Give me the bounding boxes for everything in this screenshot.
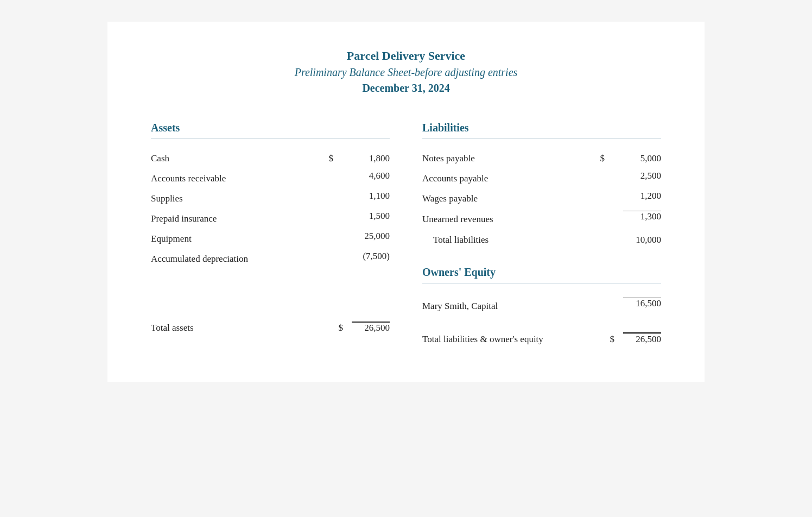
list-item: Unearned revenues 1,300 <box>422 207 661 228</box>
equipment-amount-group: 25,000 <box>325 231 390 242</box>
grand-total-value: 26,500 <box>623 332 661 345</box>
report-header: Parcel Delivery Service Preliminary Bala… <box>151 49 661 94</box>
accum-depr-label: Accumulated depreciation <box>151 254 325 264</box>
mary-smith-capital-value: 16,500 <box>623 298 661 309</box>
grand-total-dollar: $ <box>610 334 615 345</box>
list-item: Accumulated depreciation (7,500) <box>151 248 390 268</box>
accounts-payable-amount-group: 2,500 <box>596 171 661 181</box>
accounts-payable-label: Accounts payable <box>422 173 596 184</box>
cash-value: 1,800 <box>346 153 390 164</box>
liabilities-column: Liabilities Notes payable $ 5,000 Accoun… <box>422 122 661 349</box>
company-name: Parcel Delivery Service <box>151 49 661 63</box>
report-date: December 31, 2024 <box>151 82 661 94</box>
accounts-receivable-label: Accounts receivable <box>151 173 325 184</box>
grand-total-label: Total liabilities & owner's equity <box>422 334 574 345</box>
total-assets-dollar: $ <box>339 323 344 333</box>
list-item: Accounts receivable 4,600 <box>151 167 390 187</box>
cash-label: Cash <box>151 153 325 164</box>
grand-total-amount: $ 26,500 <box>574 332 661 345</box>
list-item: Wages payable 1,200 <box>422 187 661 207</box>
assets-spacer <box>151 268 390 300</box>
cash-amount-group: $ 1,800 <box>325 153 390 164</box>
supplies-label: Supplies <box>151 193 325 204</box>
list-item: Notes payable $ 5,000 <box>422 150 661 167</box>
total-liabilities-amount: 10,000 <box>574 235 661 245</box>
wages-payable-amount-group: 1,200 <box>596 191 661 201</box>
accum-depr-value: (7,500) <box>346 251 390 262</box>
balance-sheet-body: Assets Cash $ 1,800 Accounts receivable … <box>151 122 661 349</box>
supplies-amount-group: 1,100 <box>325 191 390 201</box>
notes-payable-value: 5,000 <box>618 153 661 164</box>
equity-divider <box>422 283 661 283</box>
prepaid-amount-group: 1,500 <box>325 211 390 222</box>
mary-smith-capital-amount-group: 16,500 <box>596 298 661 309</box>
equity-spacer <box>422 250 661 266</box>
list-item: Supplies 1,100 <box>151 187 390 207</box>
mary-smith-capital-label: Mary Smith, Capital <box>422 301 596 312</box>
list-item: Mary Smith, Capital 16,500 <box>422 294 661 315</box>
total-assets-amount: $ 26,500 <box>303 321 390 333</box>
unearned-revenues-label: Unearned revenues <box>422 214 596 225</box>
unearned-revenues-value: 1,300 <box>623 211 661 222</box>
assets-header: Assets <box>151 122 390 134</box>
list-item: Cash $ 1,800 <box>151 150 390 167</box>
list-item: Prepaid insurance 1,500 <box>151 207 390 228</box>
report-subtitle: Preliminary Balance Sheet-before adjusti… <box>151 66 661 79</box>
owners-equity-header: Owners' Equity <box>422 266 661 279</box>
ar-value: 4,600 <box>346 171 390 181</box>
total-assets-row: Total assets $ 26,500 <box>151 317 390 338</box>
prepaid-value: 1,500 <box>346 211 390 222</box>
assets-divider <box>151 138 390 139</box>
list-item: Accounts payable 2,500 <box>422 167 661 187</box>
unearned-revenues-amount-group: 1,300 <box>596 211 661 222</box>
accounts-receivable-amount-group: 4,600 <box>325 171 390 181</box>
notes-payable-amount-group: $ 5,000 <box>596 153 661 164</box>
np-dollar: $ <box>600 153 605 164</box>
liabilities-header: Liabilities <box>422 122 661 134</box>
total-liabilities-label: Total liabilities <box>422 235 574 245</box>
prepaid-insurance-label: Prepaid insurance <box>151 213 325 224</box>
total-assets-label: Total assets <box>151 323 303 333</box>
equipment-value: 25,000 <box>346 231 390 242</box>
liabilities-divider <box>422 138 661 139</box>
cash-dollar: $ <box>329 153 334 164</box>
assets-column: Assets Cash $ 1,800 Accounts receivable … <box>151 122 390 349</box>
notes-payable-label: Notes payable <box>422 153 596 164</box>
supplies-value: 1,100 <box>346 191 390 201</box>
wages-payable-value: 1,200 <box>618 191 661 201</box>
grand-total-spacer <box>422 315 661 326</box>
total-liabilities-value: 10,000 <box>623 235 661 245</box>
total-liab-equity-row: Total liabilities & owner's equity $ 26,… <box>422 328 661 349</box>
total-liabilities-row: Total liabilities 10,000 <box>422 230 661 250</box>
accounts-payable-value: 2,500 <box>618 171 661 181</box>
wages-payable-label: Wages payable <box>422 193 596 204</box>
list-item: Equipment 25,000 <box>151 228 390 248</box>
equipment-label: Equipment <box>151 234 325 244</box>
page-container: Parcel Delivery Service Preliminary Bala… <box>107 22 705 382</box>
total-assets-value: 26,500 <box>352 321 390 333</box>
accum-depr-amount-group: (7,500) <box>325 251 390 262</box>
